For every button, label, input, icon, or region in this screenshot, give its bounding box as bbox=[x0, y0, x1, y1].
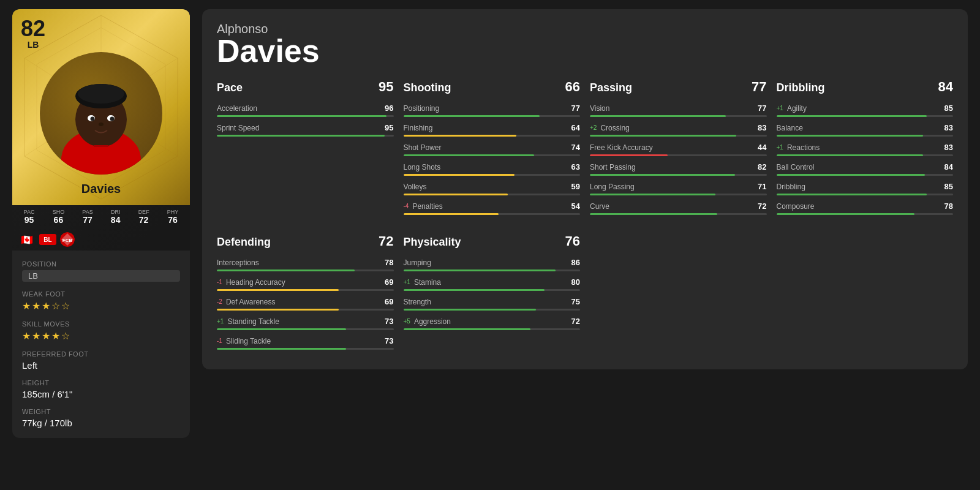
stat-modifier: +1 bbox=[777, 105, 783, 111]
category-name-passing: Passing bbox=[590, 81, 632, 94]
card-stat-pas: PAS 77 bbox=[82, 209, 92, 225]
stat-name: Long Shots bbox=[404, 163, 441, 172]
stat-bar-background bbox=[404, 309, 581, 311]
stat-name: Penalties bbox=[412, 202, 442, 211]
stat-bar-fill bbox=[404, 289, 545, 291]
player-card: 82 LB bbox=[12, 9, 190, 438]
stat-name: Curve bbox=[590, 202, 609, 211]
stat-bar-fill bbox=[777, 213, 914, 215]
stat-value: 64 bbox=[571, 123, 580, 132]
stat-value: 83 bbox=[944, 143, 953, 152]
card-flags: 🇨🇦 BL FCB bbox=[12, 228, 190, 251]
stat-value: 74 bbox=[571, 143, 580, 152]
skill-moves-row: Skill Moves ★★★★☆ bbox=[22, 320, 180, 342]
stat-value: 77 bbox=[758, 104, 766, 113]
stat-item: Shot Power74 bbox=[404, 143, 581, 156]
height-row: Height 185cm / 6'1" bbox=[22, 379, 180, 399]
stat-value: 69 bbox=[385, 297, 393, 306]
svg-text:FCB: FCB bbox=[62, 238, 73, 243]
stat-value: 77 bbox=[571, 104, 580, 113]
stat-bar-fill bbox=[590, 194, 715, 195]
stat-value: 75 bbox=[571, 297, 580, 306]
stat-bar-background bbox=[590, 154, 767, 156]
stat-name: Free Kick Accuracy bbox=[590, 143, 653, 152]
stat-value: 83 bbox=[944, 123, 953, 132]
stat-bar-background bbox=[404, 135, 581, 137]
stat-item: +1Stamina80 bbox=[404, 277, 581, 291]
stat-bar-fill bbox=[404, 115, 540, 117]
stat-bar-background bbox=[217, 115, 394, 117]
stat-item: -4Penalties54 bbox=[404, 202, 581, 215]
stat-modifier: +1 bbox=[217, 318, 224, 325]
stat-bar-fill bbox=[217, 309, 339, 311]
card-stats-row: PAC 95 SHO 66 PAS 77 DRI 84 DEF 72 PHY 7… bbox=[12, 205, 190, 228]
svg-point-12 bbox=[91, 117, 95, 121]
stat-bar-fill bbox=[404, 328, 531, 330]
stat-value: 72 bbox=[758, 202, 766, 211]
stat-item: Acceleration96 bbox=[217, 104, 394, 117]
stat-value: 63 bbox=[571, 162, 580, 172]
stat-modifier: -4 bbox=[404, 203, 409, 209]
stat-bar-fill bbox=[404, 174, 515, 176]
category-header-passing: Passing77 bbox=[590, 79, 767, 95]
card-top: 82 LB bbox=[12, 9, 190, 205]
category-value-dribbling: 84 bbox=[938, 79, 953, 95]
card-position: LB bbox=[28, 40, 39, 50]
stat-bar-fill bbox=[217, 289, 339, 291]
player-info-section: Position LB Weak Foot ★★★☆☆ Skill Moves … bbox=[12, 251, 190, 438]
stat-item: Composure78 bbox=[777, 202, 954, 215]
stat-name: Short Passing bbox=[590, 163, 636, 172]
stat-bar-fill bbox=[404, 135, 517, 137]
category-defending: Defending72Interceptions78-1Heading Accu… bbox=[217, 233, 394, 356]
stat-name: Stamina bbox=[414, 278, 441, 287]
stat-item: Vision77 bbox=[590, 104, 767, 117]
stat-bar-background bbox=[217, 270, 394, 271]
stat-bar-fill bbox=[217, 348, 346, 350]
stat-value: 72 bbox=[571, 317, 580, 326]
stat-bar-fill bbox=[590, 174, 735, 176]
category-passing: Passing77Vision77+2Crossing83Free Kick A… bbox=[590, 79, 767, 221]
category-header-pace: Pace95 bbox=[217, 79, 394, 95]
stat-bar-background bbox=[590, 135, 767, 137]
stat-name: Reactions bbox=[787, 143, 820, 152]
card-stat-def: DEF 72 bbox=[138, 209, 149, 225]
stat-value: 73 bbox=[385, 317, 393, 326]
stat-item: Volleys59 bbox=[404, 182, 581, 195]
stat-item: Strength75 bbox=[404, 297, 581, 311]
stats-grid: Pace95Acceleration96Sprint Speed95Shooti… bbox=[217, 79, 953, 356]
card-rating: 82 bbox=[21, 18, 45, 40]
player-image bbox=[40, 52, 162, 175]
card-rating-pos: 82 LB bbox=[21, 18, 45, 50]
stat-bar-background bbox=[404, 289, 581, 291]
stat-item: +1Agility85 bbox=[777, 104, 954, 117]
category-pace: Pace95Acceleration96Sprint Speed95 bbox=[217, 79, 394, 221]
height-value: 185cm / 6'1" bbox=[22, 389, 180, 399]
stat-bar-background bbox=[404, 194, 581, 195]
stat-item: +1Reactions83 bbox=[777, 143, 954, 156]
preferred-foot-row: Preferred Foot Left bbox=[22, 350, 180, 371]
category-name-pace: Pace bbox=[217, 81, 243, 94]
svg-point-13 bbox=[110, 117, 115, 121]
stat-modifier: -2 bbox=[217, 298, 222, 305]
stat-name: Dribbling bbox=[777, 183, 805, 191]
stat-bar-background bbox=[404, 154, 581, 156]
player-first-name: Alphonso bbox=[217, 23, 953, 35]
weight-value: 77kg / 170lb bbox=[22, 418, 180, 428]
category-name-shooting: Shooting bbox=[404, 81, 451, 94]
category-shooting: Shooting66Positioning77Finishing64Shot P… bbox=[404, 79, 581, 221]
canada-flag: 🇨🇦 bbox=[18, 234, 36, 245]
svg-point-9 bbox=[78, 84, 124, 104]
stat-modifier: +2 bbox=[590, 124, 597, 131]
stat-bar-fill bbox=[404, 309, 536, 311]
stat-bar-fill bbox=[404, 213, 499, 215]
stat-name: Acceleration bbox=[217, 104, 257, 113]
stat-bar-fill bbox=[590, 115, 726, 117]
stat-bar-fill bbox=[777, 154, 923, 156]
stat-name: Crossing bbox=[600, 124, 629, 132]
stat-bar-fill bbox=[217, 115, 386, 117]
position-row: Position LB bbox=[22, 260, 180, 282]
stat-bar-background bbox=[590, 194, 767, 195]
stat-item: Positioning77 bbox=[404, 104, 581, 117]
stat-name: Positioning bbox=[404, 104, 440, 113]
category-value-passing: 77 bbox=[752, 79, 766, 95]
